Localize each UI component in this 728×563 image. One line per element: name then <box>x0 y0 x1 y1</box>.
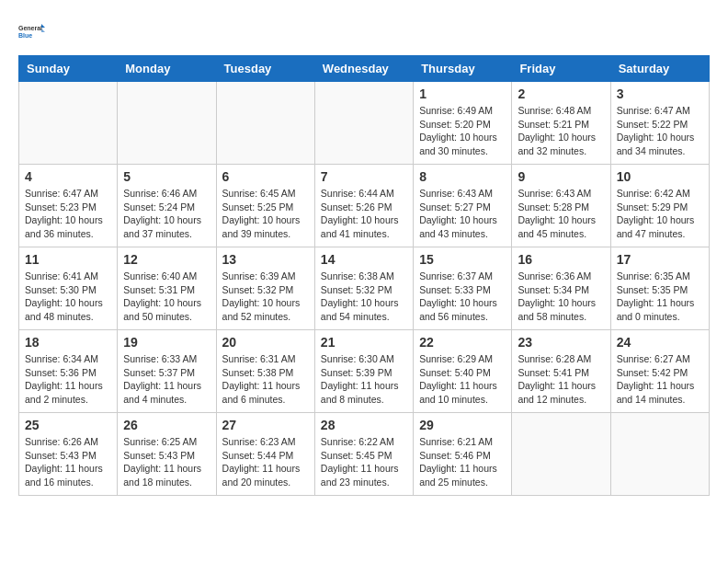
weekday-header-saturday: Saturday <box>610 56 709 82</box>
day-info: Sunrise: 6:41 AM Sunset: 5:30 PM Dayligh… <box>25 270 111 324</box>
calendar-cell: 2Sunrise: 6:48 AM Sunset: 5:21 PM Daylig… <box>512 82 610 165</box>
day-number: 3 <box>617 86 703 101</box>
calendar-cell: 29Sunrise: 6:21 AM Sunset: 5:46 PM Dayli… <box>414 413 512 496</box>
calendar-cell: 18Sunrise: 6:34 AM Sunset: 5:36 PM Dayli… <box>19 330 118 413</box>
calendar-cell: 12Sunrise: 6:40 AM Sunset: 5:31 PM Dayli… <box>118 247 216 330</box>
weekday-header-friday: Friday <box>512 56 610 82</box>
day-info: Sunrise: 6:48 AM Sunset: 5:21 PM Dayligh… <box>518 104 604 158</box>
day-info: Sunrise: 6:21 AM Sunset: 5:46 PM Dayligh… <box>419 435 506 489</box>
svg-marker-3 <box>41 29 45 32</box>
weekday-header-monday: Monday <box>118 56 216 82</box>
calendar-cell: 3Sunrise: 6:47 AM Sunset: 5:22 PM Daylig… <box>610 82 709 165</box>
weekday-header-tuesday: Tuesday <box>216 56 314 82</box>
calendar-cell: 6Sunrise: 6:45 AM Sunset: 5:25 PM Daylig… <box>216 165 314 247</box>
day-number: 5 <box>123 169 210 184</box>
svg-text:General: General <box>18 25 42 31</box>
day-number: 27 <box>222 418 309 432</box>
calendar-week-5: 25Sunrise: 6:26 AM Sunset: 5:43 PM Dayli… <box>19 413 710 496</box>
day-info: Sunrise: 6:39 AM Sunset: 5:32 PM Dayligh… <box>222 270 309 324</box>
day-info: Sunrise: 6:47 AM Sunset: 5:22 PM Dayligh… <box>617 104 703 158</box>
calendar-week-1: 1Sunrise: 6:49 AM Sunset: 5:20 PM Daylig… <box>19 82 710 165</box>
calendar-cell: 1Sunrise: 6:49 AM Sunset: 5:20 PM Daylig… <box>414 82 512 165</box>
day-number: 16 <box>518 252 604 267</box>
logo: GeneralBlue <box>18 18 46 46</box>
calendar-cell <box>512 413 610 496</box>
calendar-cell: 20Sunrise: 6:31 AM Sunset: 5:38 PM Dayli… <box>216 330 314 413</box>
day-info: Sunrise: 6:45 AM Sunset: 5:25 PM Dayligh… <box>222 187 309 241</box>
day-number: 7 <box>321 169 407 184</box>
day-number: 18 <box>25 335 111 350</box>
calendar-cell: 23Sunrise: 6:28 AM Sunset: 5:41 PM Dayli… <box>512 330 610 413</box>
calendar-cell: 26Sunrise: 6:25 AM Sunset: 5:43 PM Dayli… <box>118 413 216 496</box>
calendar-week-2: 4Sunrise: 6:47 AM Sunset: 5:23 PM Daylig… <box>19 165 710 247</box>
calendar-cell: 4Sunrise: 6:47 AM Sunset: 5:23 PM Daylig… <box>19 165 118 247</box>
calendar-cell: 16Sunrise: 6:36 AM Sunset: 5:34 PM Dayli… <box>512 247 610 330</box>
calendar-cell <box>314 82 413 165</box>
calendar-cell <box>118 82 216 165</box>
calendar-cell <box>610 413 709 496</box>
calendar-cell: 27Sunrise: 6:23 AM Sunset: 5:44 PM Dayli… <box>216 413 314 496</box>
calendar-cell: 9Sunrise: 6:43 AM Sunset: 5:28 PM Daylig… <box>512 165 610 247</box>
calendar-cell: 7Sunrise: 6:44 AM Sunset: 5:26 PM Daylig… <box>314 165 413 247</box>
day-info: Sunrise: 6:26 AM Sunset: 5:43 PM Dayligh… <box>25 435 111 489</box>
day-info: Sunrise: 6:23 AM Sunset: 5:44 PM Dayligh… <box>222 435 309 489</box>
day-info: Sunrise: 6:43 AM Sunset: 5:27 PM Dayligh… <box>419 187 506 241</box>
calendar-cell: 5Sunrise: 6:46 AM Sunset: 5:24 PM Daylig… <box>118 165 216 247</box>
day-number: 11 <box>25 252 111 267</box>
day-info: Sunrise: 6:30 AM Sunset: 5:39 PM Dayligh… <box>321 352 407 407</box>
day-info: Sunrise: 6:28 AM Sunset: 5:41 PM Dayligh… <box>518 352 604 407</box>
day-info: Sunrise: 6:42 AM Sunset: 5:29 PM Dayligh… <box>617 187 703 241</box>
svg-marker-2 <box>41 24 45 28</box>
day-number: 15 <box>419 252 506 267</box>
weekday-header-sunday: Sunday <box>19 56 118 82</box>
calendar-cell <box>19 82 118 165</box>
calendar-cell: 17Sunrise: 6:35 AM Sunset: 5:35 PM Dayli… <box>610 247 709 330</box>
day-number: 2 <box>518 86 604 101</box>
day-info: Sunrise: 6:36 AM Sunset: 5:34 PM Dayligh… <box>518 270 604 324</box>
calendar-cell: 25Sunrise: 6:26 AM Sunset: 5:43 PM Dayli… <box>19 413 118 496</box>
day-number: 9 <box>518 169 604 184</box>
day-number: 19 <box>123 335 210 350</box>
calendar-cell: 28Sunrise: 6:22 AM Sunset: 5:45 PM Dayli… <box>314 413 413 496</box>
day-number: 13 <box>222 252 309 267</box>
day-info: Sunrise: 6:37 AM Sunset: 5:33 PM Dayligh… <box>419 270 506 324</box>
day-info: Sunrise: 6:33 AM Sunset: 5:37 PM Dayligh… <box>123 352 210 407</box>
day-number: 28 <box>321 418 407 432</box>
weekday-row: SundayMondayTuesdayWednesdayThursdayFrid… <box>19 56 710 82</box>
calendar-cell <box>216 82 314 165</box>
day-number: 6 <box>222 169 309 184</box>
svg-text:Blue: Blue <box>18 32 32 39</box>
day-number: 1 <box>419 86 506 101</box>
day-info: Sunrise: 6:31 AM Sunset: 5:38 PM Dayligh… <box>222 352 309 407</box>
day-number: 17 <box>617 252 703 267</box>
calendar-header: SundayMondayTuesdayWednesdayThursdayFrid… <box>19 56 710 82</box>
weekday-header-wednesday: Wednesday <box>314 56 413 82</box>
calendar-cell: 24Sunrise: 6:27 AM Sunset: 5:42 PM Dayli… <box>610 330 709 413</box>
calendar-cell: 8Sunrise: 6:43 AM Sunset: 5:27 PM Daylig… <box>414 165 512 247</box>
calendar-cell: 15Sunrise: 6:37 AM Sunset: 5:33 PM Dayli… <box>414 247 512 330</box>
day-info: Sunrise: 6:38 AM Sunset: 5:32 PM Dayligh… <box>321 270 407 324</box>
logo-icon: GeneralBlue <box>18 18 46 46</box>
day-info: Sunrise: 6:29 AM Sunset: 5:40 PM Dayligh… <box>419 352 506 407</box>
calendar-cell: 11Sunrise: 6:41 AM Sunset: 5:30 PM Dayli… <box>19 247 118 330</box>
calendar-cell: 13Sunrise: 6:39 AM Sunset: 5:32 PM Dayli… <box>216 247 314 330</box>
day-info: Sunrise: 6:46 AM Sunset: 5:24 PM Dayligh… <box>123 187 210 241</box>
day-number: 4 <box>25 169 111 184</box>
day-number: 24 <box>617 335 703 350</box>
day-info: Sunrise: 6:27 AM Sunset: 5:42 PM Dayligh… <box>617 352 703 407</box>
day-info: Sunrise: 6:34 AM Sunset: 5:36 PM Dayligh… <box>25 352 111 407</box>
header: GeneralBlue <box>18 18 710 46</box>
calendar-week-4: 18Sunrise: 6:34 AM Sunset: 5:36 PM Dayli… <box>19 330 710 413</box>
day-number: 21 <box>321 335 407 350</box>
day-number: 8 <box>419 169 506 184</box>
day-number: 12 <box>123 252 210 267</box>
day-number: 25 <box>25 418 111 432</box>
day-number: 26 <box>123 418 210 432</box>
calendar-cell: 19Sunrise: 6:33 AM Sunset: 5:37 PM Dayli… <box>118 330 216 413</box>
day-number: 10 <box>617 169 703 184</box>
day-info: Sunrise: 6:25 AM Sunset: 5:43 PM Dayligh… <box>123 435 210 489</box>
day-info: Sunrise: 6:44 AM Sunset: 5:26 PM Dayligh… <box>321 187 407 241</box>
day-info: Sunrise: 6:43 AM Sunset: 5:28 PM Dayligh… <box>518 187 604 241</box>
day-info: Sunrise: 6:22 AM Sunset: 5:45 PM Dayligh… <box>321 435 407 489</box>
day-info: Sunrise: 6:35 AM Sunset: 5:35 PM Dayligh… <box>617 270 703 324</box>
